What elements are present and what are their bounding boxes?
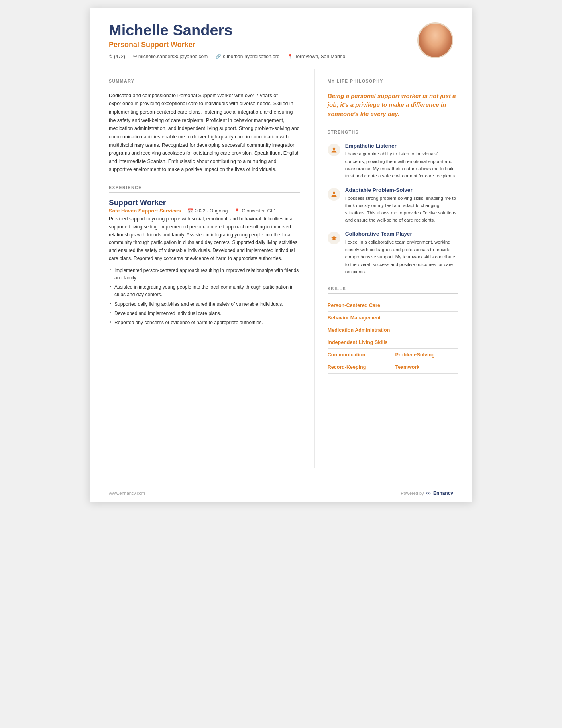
contact-location: 📍 Torreytown, San Marino (287, 54, 345, 59)
main-content: SUMMARY Dedicated and compassionate Pers… (90, 69, 472, 484)
experience-section: EXPERIENCE Support Worker Safe Haven Sup… (109, 185, 300, 327)
strengths-section: STRENGTHS Empathetic Listener I have a g… (328, 130, 458, 275)
header-info: Michelle Sanders Personal Support Worker… (109, 22, 417, 59)
contact-website: 🔗 suburban-hybridisation.org (216, 54, 279, 59)
contact-phone: ✆ (472) (109, 54, 125, 59)
strength-desc-2: I possess strong problem-solving skills,… (345, 195, 458, 224)
company-row: Safe Haven Support Services 📅 2022 - Ong… (109, 208, 300, 214)
skill-row-2: Behavior Management (328, 312, 458, 324)
left-column: SUMMARY Dedicated and compassionate Pers… (90, 69, 315, 468)
skill-tag: Independent Living Skills (328, 336, 458, 348)
resume-header: Michelle Sanders Personal Support Worker… (90, 8, 472, 69)
skills-divider (328, 293, 458, 294)
strengths-label: STRENGTHS (328, 130, 458, 134)
photo-image (419, 24, 452, 57)
skill-tag: Record-Keeping (328, 361, 391, 373)
skill-tag: Teamwork (395, 361, 458, 373)
email-icon: ✉ (133, 54, 137, 59)
strength-desc-1: I have a genuine ability to listen to in… (345, 150, 458, 180)
skill-tag: Medication Administration (328, 324, 458, 336)
enhancv-icon: ∞ (426, 490, 431, 497)
skills-label: SKILLS (328, 286, 458, 291)
bullet-item: Implemented person-centered approach res… (109, 267, 300, 282)
philosophy-section: MY LIFE PHILOSOPHY Being a personal supp… (328, 79, 458, 119)
resume-page: Michelle Sanders Personal Support Worker… (90, 8, 472, 502)
experience-label: EXPERIENCE (109, 185, 300, 190)
strength-title-2: Adaptable Problem-Solver (345, 187, 458, 193)
job-dates: 📅 2022 - Ongoing (187, 208, 228, 214)
bullet-item: Assisted in integrating young people int… (109, 283, 300, 299)
strength-content-2: Adaptable Problem-Solver I possess stron… (345, 187, 458, 224)
website-url: suburban-hybridisation.org (223, 54, 279, 59)
skills-section: SKILLS Person-Centered Care Behavior Man… (328, 286, 458, 374)
map-pin-icon: 📍 (234, 208, 240, 214)
philosophy-text: Being a personal support worker is not j… (328, 92, 458, 119)
skill-row-5: Communication Problem-Solving (328, 349, 458, 361)
contact-row: ✆ (472) ✉ michelle.sanders80@yahoo.com 🔗… (109, 54, 417, 59)
phone-number: (472) (114, 54, 125, 59)
strength-item-1: Empathetic Listener I have a genuine abi… (328, 143, 458, 180)
enhancv-brand: Enhancv (433, 490, 453, 496)
job-location: 📍 Gloucester, GL1 (234, 208, 276, 214)
job-bullets: Implemented person-centered approach res… (109, 267, 300, 327)
page-footer: www.enhancv.com Powered by ∞ Enhancv (90, 484, 472, 502)
strength-title-3: Collaborative Team Player (345, 231, 458, 237)
strength-title-1: Empathetic Listener (345, 143, 458, 149)
philosophy-label: MY LIFE PHILOSOPHY (328, 79, 458, 83)
phone-icon: ✆ (109, 54, 112, 59)
adaptable-icon (328, 188, 340, 201)
candidate-name: Michelle Sanders (109, 22, 417, 39)
profile-photo (417, 22, 453, 58)
strength-item-2: Adaptable Problem-Solver I possess stron… (328, 187, 458, 224)
skill-row-1: Person-Centered Care (328, 299, 458, 312)
skill-tag: Behavior Management (328, 312, 458, 324)
strength-content-3: Collaborative Team Player I excel in a c… (345, 231, 458, 275)
summary-text: Dedicated and compassionate Personal Sup… (109, 92, 300, 174)
contact-email: ✉ michelle.sanders80@yahoo.com (133, 54, 208, 59)
calendar-icon: 📅 (187, 208, 193, 214)
footer-branding: Powered by ∞ Enhancv (401, 490, 453, 497)
skill-row-6: Record-Keeping Teamwork (328, 361, 458, 374)
strength-desc-3: I excel in a collaborative team environm… (345, 238, 458, 275)
skills-grid: Person-Centered Care Behavior Management… (328, 299, 458, 374)
empathetic-icon (328, 144, 340, 156)
strengths-divider (328, 137, 458, 137)
bullet-item: Developed and implemented individual car… (109, 310, 300, 317)
link-icon: 🔗 (216, 54, 221, 59)
right-column: MY LIFE PHILOSOPHY Being a personal supp… (315, 69, 472, 468)
summary-label: SUMMARY (109, 79, 300, 83)
summary-section: SUMMARY Dedicated and compassionate Pers… (109, 79, 300, 174)
philosophy-divider (328, 86, 458, 86)
candidate-title: Personal Support Worker (109, 41, 417, 49)
powered-by-text: Powered by (401, 491, 424, 496)
teamplayer-icon (328, 232, 340, 244)
skill-tag: Communication (328, 349, 391, 361)
bullet-item: Supported daily living activities and en… (109, 301, 300, 308)
skill-row-3: Medication Administration (328, 324, 458, 336)
strength-item-3: Collaborative Team Player I excel in a c… (328, 231, 458, 275)
job-item: Support Worker Safe Haven Support Servic… (109, 198, 300, 327)
bullet-item: Reported any concerns or evidence of har… (109, 319, 300, 327)
job-description: Provided support to young people with so… (109, 215, 300, 263)
job-title: Support Worker (109, 198, 300, 207)
company-name: Safe Haven Support Services (109, 208, 181, 214)
strength-content-1: Empathetic Listener I have a genuine abi… (345, 143, 458, 180)
email-address: michelle.sanders80@yahoo.com (138, 54, 208, 59)
skill-tag: Problem-Solving (395, 349, 458, 361)
footer-url: www.enhancv.com (109, 491, 145, 496)
experience-divider (109, 192, 300, 193)
location-icon: 📍 (287, 54, 293, 59)
location-text: Torreytown, San Marino (295, 54, 345, 59)
skill-row-4: Independent Living Skills (328, 336, 458, 349)
skill-tag: Person-Centered Care (328, 299, 458, 311)
summary-divider (109, 86, 300, 86)
